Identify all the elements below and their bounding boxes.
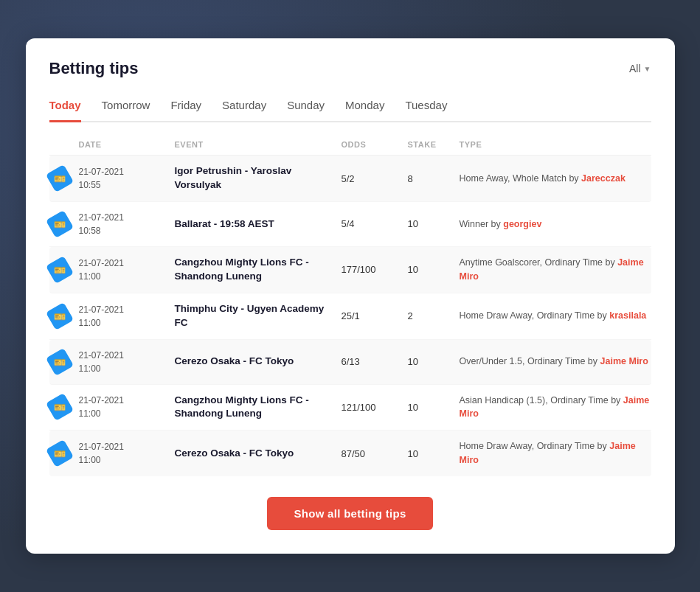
event-cell: Cerezo Osaka - FC Tokyo xyxy=(175,447,342,461)
ticket-icon-cell: 🎫 xyxy=(49,306,79,327)
date-cell: 21-07-202111:00 xyxy=(79,349,175,375)
type-cell: Over/Under 1.5, Ordinary Time by Jaime M… xyxy=(460,355,651,369)
date-cell: 21-07-202110:58 xyxy=(79,211,175,237)
table-header: DATE EVENT ODDS STAKE TYPE xyxy=(49,134,651,156)
betting-tips-card: Betting tips All ▼ Today Tomorrow Friday… xyxy=(26,38,675,554)
date-cell: 21-07-202111:00 xyxy=(79,303,175,330)
ticket-icon-cell: 🎫 xyxy=(49,214,79,234)
table-row: 🎫 21-07-202111:00 Cangzhou Mighty Lions … xyxy=(49,385,651,431)
stake-cell: 10 xyxy=(408,402,460,413)
author-link[interactable]: Jarecczak xyxy=(581,173,626,184)
ticket-icon-cell: 🎫 xyxy=(49,168,79,189)
table-row: 🎫 21-07-202111:00 Thimphu City - Ugyen A… xyxy=(49,293,651,340)
author-link[interactable]: georgiev xyxy=(503,219,541,229)
col-stake: STAKE xyxy=(408,140,460,149)
odds-cell: 6/13 xyxy=(342,356,408,367)
tab-monday[interactable]: Monday xyxy=(345,93,384,122)
table-row: 🎫 21-07-202110:55 Igor Petrushin - Yaros… xyxy=(49,156,651,202)
author-link[interactable]: Jaime Miro xyxy=(460,395,650,419)
type-cell: Anytime Goalscorer, Ordinary Time by Jai… xyxy=(460,256,651,284)
type-cell: Home Away, Whole Match by Jarecczak xyxy=(460,172,651,186)
show-all-button[interactable]: Show all betting tips xyxy=(267,497,432,530)
filter-label: All xyxy=(629,63,641,74)
ticket-icon: 🎫 xyxy=(45,164,73,192)
tab-friday[interactable]: Friday xyxy=(170,93,201,122)
odds-cell: 5/2 xyxy=(342,173,408,184)
type-cell: Winner by georgiev xyxy=(460,217,651,231)
col-event: EVENT xyxy=(175,140,342,149)
author-link[interactable]: Jaime Miro xyxy=(460,257,644,282)
date-cell: 21-07-202111:00 xyxy=(79,394,175,420)
ticket-icon-cell: 🎫 xyxy=(49,260,79,280)
type-cell: Home Draw Away, Ordinary Time by krasila… xyxy=(460,309,651,323)
tab-sunday[interactable]: Sunday xyxy=(287,93,325,122)
odds-cell: 177/100 xyxy=(342,264,408,275)
col-type: TYPE xyxy=(460,140,651,149)
tabs: Today Tomorrow Friday Saturday Sunday Mo… xyxy=(49,93,651,122)
event-cell: Cangzhou Mighty Lions FC - Shandong Lune… xyxy=(175,256,342,284)
show-button-wrapper: Show all betting tips xyxy=(49,497,651,530)
ticket-icon-cell: 🎫 xyxy=(49,443,79,464)
event-cell: Thimphu City - Ugyen Academy FC xyxy=(175,302,342,330)
table-row: 🎫 21-07-202110:58 Ballarat - 19:58 AEST … xyxy=(49,202,651,247)
filter-dropdown[interactable]: All ▼ xyxy=(629,63,651,74)
col-date: DATE xyxy=(79,140,175,149)
event-cell: Ballarat - 19:58 AEST xyxy=(175,217,342,231)
tab-saturday[interactable]: Saturday xyxy=(222,93,266,122)
type-cell: Home Draw Away, Ordinary Time by Jaime M… xyxy=(460,439,651,467)
author-link[interactable]: Jaime Miro xyxy=(460,441,636,465)
event-cell: Cerezo Osaka - FC Tokyo xyxy=(175,355,342,369)
date-cell: 21-07-202110:55 xyxy=(79,165,175,192)
card-header: Betting tips All ▼ xyxy=(49,59,651,78)
date-cell: 21-07-202111:00 xyxy=(79,440,175,467)
odds-cell: 25/1 xyxy=(342,310,408,321)
stake-cell: 8 xyxy=(408,173,460,184)
stake-cell: 10 xyxy=(408,356,460,367)
ticket-icon: 🎫 xyxy=(45,256,73,284)
ticket-icon: 🎫 xyxy=(45,439,73,467)
ticket-icon-cell: 🎫 xyxy=(49,397,79,417)
ticket-icon: 🎫 xyxy=(45,347,73,375)
date-cell: 21-07-202111:00 xyxy=(79,257,175,283)
odds-cell: 5/4 xyxy=(342,218,408,229)
tab-tuesday[interactable]: Tuesday xyxy=(405,93,447,122)
stake-cell: 10 xyxy=(408,218,460,229)
stake-cell: 10 xyxy=(408,448,460,459)
author-link[interactable]: krasilala xyxy=(609,310,646,321)
stake-cell: 10 xyxy=(408,264,460,275)
author-link[interactable]: Jaime Miro xyxy=(600,356,648,366)
stake-cell: 2 xyxy=(408,310,460,321)
table-row: 🎫 21-07-202111:00 Cerezo Osaka - FC Toky… xyxy=(49,431,651,476)
odds-cell: 87/50 xyxy=(342,448,408,459)
ticket-icon: 🎫 xyxy=(45,210,73,238)
tab-tomorrow[interactable]: Tomorrow xyxy=(102,93,150,122)
table-row: 🎫 21-07-202111:00 Cangzhou Mighty Lions … xyxy=(49,247,651,293)
type-cell: Asian Handicap (1.5), Ordinary Time by J… xyxy=(460,394,651,422)
ticket-icon-cell: 🎫 xyxy=(49,352,79,372)
event-cell: Cangzhou Mighty Lions FC - Shandong Lune… xyxy=(175,394,342,422)
ticket-icon: 🎫 xyxy=(45,302,73,330)
table-row: 🎫 21-07-202111:00 Cerezo Osaka - FC Toky… xyxy=(49,340,651,385)
table-body: 🎫 21-07-202110:55 Igor Petrushin - Yaros… xyxy=(49,156,651,476)
odds-cell: 121/100 xyxy=(342,402,408,413)
card-title: Betting tips xyxy=(49,59,139,78)
event-cell: Igor Petrushin - Yaroslav Vorsulyak xyxy=(175,164,342,192)
col-odds: ODDS xyxy=(342,140,408,149)
chevron-down-icon: ▼ xyxy=(644,65,651,73)
tab-today[interactable]: Today xyxy=(49,93,81,122)
ticket-icon: 🎫 xyxy=(45,393,73,421)
